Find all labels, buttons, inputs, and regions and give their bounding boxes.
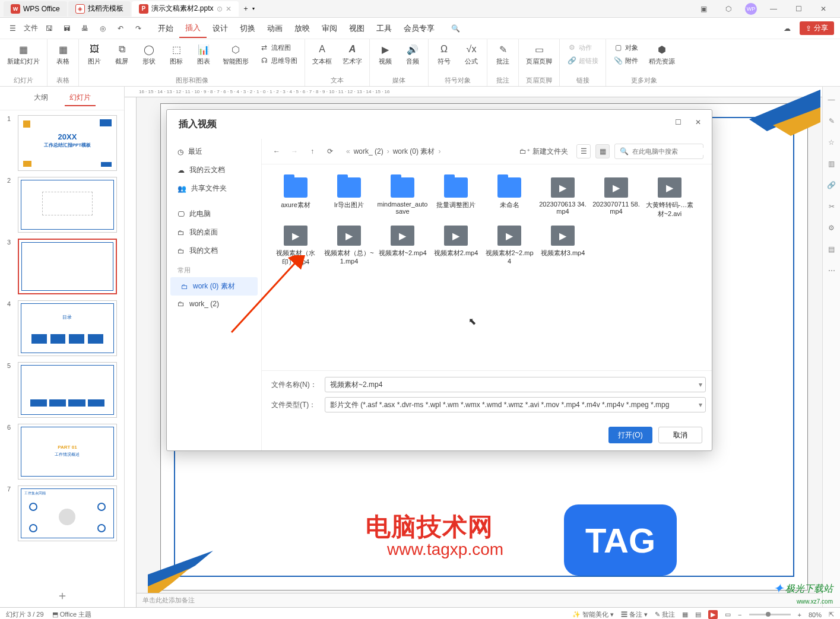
view-sorter-icon[interactable]: ▤ <box>695 611 701 618</box>
menu-tools[interactable]: 工具 <box>370 19 398 38</box>
file-menu-button[interactable]: 文件 <box>24 22 38 35</box>
menu-review[interactable]: 审阅 <box>316 19 343 38</box>
side-cloud[interactable]: ☁我的云文档 <box>167 161 261 179</box>
menu-transition[interactable]: 切换 <box>234 19 261 38</box>
thumb-6[interactable]: PART 01工作情况概述 <box>18 424 117 480</box>
side-work-dir[interactable]: 🗀work_ (2) <box>167 296 261 312</box>
rp-pencil-icon[interactable]: ✎ <box>826 115 838 127</box>
thumb-7[interactable]: 工作集点回顾 <box>18 485 117 541</box>
side-recent[interactable]: ◷最近 <box>167 142 261 161</box>
breadcrumb-p2[interactable]: work (0) 素材 <box>393 147 435 157</box>
rib-equation[interactable]: √x公式 <box>459 42 483 67</box>
menu-insert[interactable]: 插入 <box>179 19 207 38</box>
maximize-button[interactable]: ☐ <box>790 2 807 16</box>
search-input[interactable] <box>632 148 712 155</box>
menu-start[interactable]: 开始 <box>152 19 179 38</box>
rib-resource[interactable]: ⬢稻壳资源 <box>645 42 679 67</box>
outline-tab[interactable]: 大纲 <box>29 90 53 106</box>
file-item[interactable]: lr导出图片 <box>322 174 376 222</box>
rp-settings-icon[interactable]: ⚙ <box>826 222 838 234</box>
filetype-dropdown-icon[interactable]: ▾ <box>699 401 702 409</box>
rib-comment[interactable]: ✎批注 <box>491 42 515 67</box>
rib-picture[interactable]: 🖼图片 <box>83 42 106 67</box>
zoom-out-button[interactable]: − <box>738 611 741 618</box>
rp-star-icon[interactable]: ☆ <box>826 137 838 148</box>
file-item[interactable]: ▶大黄蜂转码-…素材~2.avi <box>643 174 696 222</box>
menu-icon[interactable]: ☰ <box>6 22 19 35</box>
view-list-button[interactable]: ☰ <box>576 144 591 158</box>
rp-more-icon[interactable]: ⋯ <box>826 265 838 277</box>
file-item[interactable]: ▶视频素材2.mp4 <box>429 222 483 270</box>
menu-view[interactable]: 视图 <box>343 19 370 38</box>
rib-smartart[interactable]: ⬡智能图形 <box>219 42 252 67</box>
file-item[interactable]: ▶视频素材~2.mp4 <box>376 222 429 270</box>
rib-icon-insert[interactable]: ⬚图标 <box>164 42 188 67</box>
file-item[interactable]: ▶视频素材3.mp4 <box>536 222 589 270</box>
rp-template-icon[interactable]: ▥ <box>826 158 838 170</box>
file-item[interactable]: ▶视频素材2~2.mp4 <box>483 222 536 270</box>
undo-icon[interactable]: ↶ <box>114 22 127 35</box>
file-item[interactable]: 批量调整图片 <box>429 174 483 222</box>
rib-table[interactable]: ▦表格 <box>51 42 75 67</box>
panel-icon[interactable]: ▣ <box>695 2 712 16</box>
view-normal-icon[interactable]: ▦ <box>682 611 688 618</box>
rib-group-more[interactable]: 更多对象 <box>610 76 679 85</box>
rib-symbol[interactable]: Ω符号 <box>432 42 456 67</box>
close-tab-icon[interactable]: ✕ <box>226 5 232 13</box>
rib-video[interactable]: ▶视频 <box>373 42 397 67</box>
breadcrumb[interactable]: « work_ (2) › work (0) 素材 › <box>346 147 440 157</box>
rib-mindmap[interactable]: ☊思维导图 <box>256 55 301 66</box>
file-grid[interactable]: axure素材lr导出图片mindmaster_autosave批量调整图片未命… <box>262 164 712 370</box>
menu-slideshow[interactable]: 放映 <box>289 19 316 38</box>
search-icon[interactable]: 🔍 <box>449 22 462 35</box>
menu-animation[interactable]: 动画 <box>261 19 289 38</box>
fit-button[interactable]: ⇱ <box>829 611 834 618</box>
cube-icon[interactable]: ⬡ <box>720 2 737 16</box>
side-thispc[interactable]: 🖵此电脑 <box>167 205 261 223</box>
dialog-close-button[interactable]: ✕ <box>692 116 705 129</box>
share-button[interactable]: ⇪分享 <box>800 21 834 35</box>
filetype-select[interactable] <box>325 397 706 412</box>
rib-header-footer[interactable]: ▭页眉页脚 <box>522 42 556 67</box>
add-slide-button[interactable]: ＋ <box>0 584 124 607</box>
thumb-5[interactable] <box>18 362 117 418</box>
print-icon[interactable]: 🖶 <box>78 22 91 35</box>
save-icon[interactable]: 🖫 <box>43 22 56 35</box>
rp-tool-icon[interactable]: ✂ <box>826 201 838 212</box>
zoom-slider[interactable] <box>749 614 791 615</box>
pin-icon[interactable]: ⊙ <box>217 5 223 13</box>
side-shared[interactable]: 👥共享文件夹 <box>167 179 261 198</box>
open-button[interactable]: 打开(O) <box>608 427 652 443</box>
cancel-button[interactable]: 取消 <box>658 427 702 443</box>
side-documents[interactable]: 🗀我的文档 <box>167 242 261 260</box>
file-item[interactable]: axure素材 <box>269 174 322 222</box>
rp-book-icon[interactable]: ▤ <box>826 243 838 255</box>
template-tab[interactable]: ◈找稻壳模板 <box>68 1 131 17</box>
side-work-material[interactable]: 🗀work (0) 素材 <box>170 277 258 296</box>
file-item[interactable]: ▶视频素材（总）~1.mp4 <box>322 222 376 270</box>
file-item[interactable]: 未命名 <box>483 174 536 222</box>
slides-tab[interactable]: 幻灯片 <box>65 90 96 106</box>
dialog-maximize-button[interactable]: ☐ <box>671 116 684 129</box>
comments-button[interactable]: ✎ 批注 <box>655 610 675 619</box>
new-folder-button[interactable]: 🗀⁺新建文件夹 <box>516 145 572 158</box>
rib-textbox[interactable]: A文本框 <box>309 42 335 67</box>
menu-member[interactable]: 会员专享 <box>398 19 440 38</box>
thumb-4[interactable]: 目录 <box>18 300 117 356</box>
view-reading-icon[interactable]: ▭ <box>725 611 731 618</box>
print-preview-icon[interactable]: ◎ <box>96 22 109 35</box>
side-desktop[interactable]: 🗀我的桌面 <box>167 223 261 242</box>
search-box[interactable]: 🔍 <box>614 144 703 159</box>
filename-dropdown-icon[interactable]: ▾ <box>699 380 702 389</box>
rib-new-slide[interactable]: ▦新建幻灯片 <box>4 42 43 67</box>
thumb-3[interactable] <box>18 239 117 294</box>
rib-screenshot[interactable]: ⧉截屏 <box>110 42 134 67</box>
rib-attachment[interactable]: 📎附件 <box>610 55 642 66</box>
rib-audio[interactable]: 🔊音频 <box>401 42 424 67</box>
menu-design[interactable]: 设计 <box>207 19 234 38</box>
nav-forward-button[interactable]: → <box>288 145 301 158</box>
rib-chart[interactable]: 📊图表 <box>192 42 215 67</box>
file-tab[interactable]: P演示文稿素材2.pptx⊙✕ <box>132 1 239 17</box>
notes-button[interactable]: ☰ 备注 ▾ <box>621 610 648 619</box>
rib-flowchart[interactable]: ⇄流程图 <box>256 42 301 53</box>
